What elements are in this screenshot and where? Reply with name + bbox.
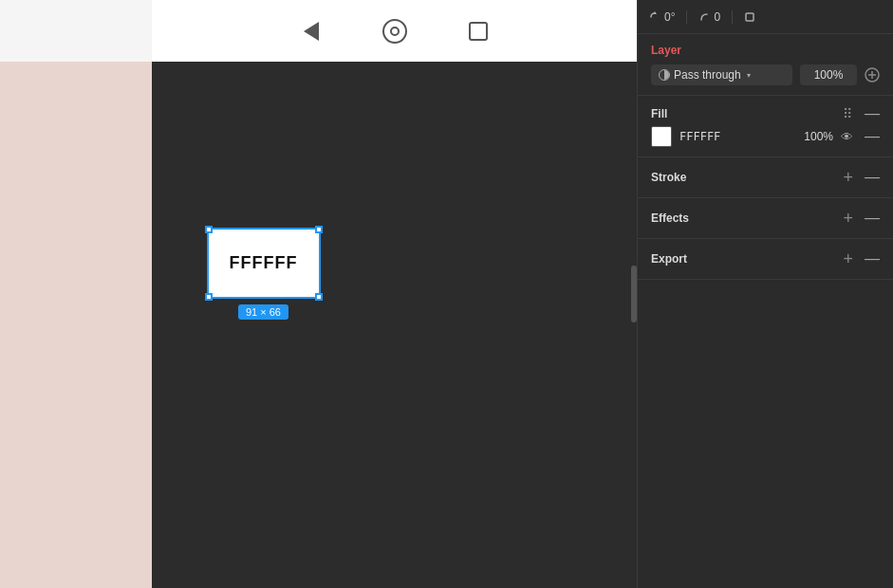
fill-section: Fill ⠿ — FFFFFF 100% 👁 — — [638, 96, 893, 157]
extra-icon — [744, 11, 755, 23]
blend-mode-icon — [659, 69, 670, 81]
recents-button[interactable] — [465, 18, 492, 45]
right-panel: 0° 0 Layer Pass through ▾ 100% — [637, 0, 893, 588]
home-circle-inner — [390, 27, 400, 36]
export-section: Export + — — [638, 239, 893, 280]
corner-icon — [698, 11, 710, 23]
corner-metric: 0 — [698, 10, 720, 24]
blend-mode-button[interactable]: Pass through ▾ — [651, 64, 792, 85]
effects-minus-button[interactable]: — — [865, 210, 880, 227]
rotation-icon — [649, 11, 660, 23]
blend-chevron-icon: ▾ — [747, 71, 751, 80]
stroke-section-title: Stroke — [651, 171, 686, 184]
left-sidebar-top — [0, 0, 152, 62]
effects-add-button[interactable]: + — [843, 210, 853, 227]
layer-section: Layer Pass through ▾ 100% — [638, 34, 893, 96]
handle-bottom-right[interactable] — [315, 293, 323, 301]
scroll-handle[interactable] — [631, 266, 637, 322]
rotation-value: 0° — [664, 10, 675, 24]
export-section-title: Export — [651, 252, 687, 266]
back-button[interactable] — [298, 18, 325, 45]
canvas-area: FFFFFF 91 × 66 — [0, 0, 637, 588]
selected-element[interactable]: FFFFFF 91 × 66 — [199, 228, 327, 322]
fill-visibility-icon[interactable]: 👁 — [841, 130, 853, 144]
svg-rect-1 — [746, 13, 753, 21]
fill-section-title: Fill — [651, 107, 667, 120]
metric-separator — [686, 10, 687, 24]
selection-box: FFFFFF — [207, 228, 321, 299]
stroke-minus-button[interactable]: — — [865, 169, 880, 186]
fill-remove-button[interactable]: — — [865, 128, 880, 145]
handle-top-right[interactable] — [315, 226, 323, 233]
corner-value: 0 — [714, 10, 720, 24]
home-circle-icon — [382, 19, 407, 44]
fill-minus-button[interactable]: — — [865, 105, 880, 122]
recents-square-icon — [469, 22, 488, 41]
home-button[interactable] — [381, 18, 408, 45]
fill-opacity-value: 100% — [795, 130, 833, 143]
handle-top-left[interactable] — [205, 226, 213, 233]
phone-bar — [152, 0, 637, 62]
stroke-section: Stroke + — — [638, 157, 893, 198]
effects-section-title: Effects — [651, 211, 689, 225]
stroke-add-button[interactable]: + — [843, 169, 853, 186]
effects-section: Effects + — — [638, 198, 893, 239]
element-label: FFFFFF — [230, 253, 298, 273]
export-minus-button[interactable]: — — [865, 250, 880, 267]
handle-bottom-left[interactable] — [205, 293, 213, 301]
layer-options-icon[interactable] — [865, 67, 880, 83]
back-arrow-icon — [304, 22, 319, 41]
export-add-button[interactable]: + — [843, 250, 853, 267]
layer-row: Pass through ▾ 100% — [651, 64, 880, 85]
metric-separator-2 — [732, 10, 733, 24]
rotation-metric: 0° — [649, 10, 675, 24]
fill-section-header: Fill ⠿ — — [651, 105, 880, 122]
fill-row: FFFFFF 100% 👁 — — [651, 126, 880, 147]
metrics-bar: 0° 0 — [638, 0, 893, 34]
fill-dots-icon[interactable]: ⠿ — [843, 106, 853, 121]
layer-section-title: Layer — [651, 44, 681, 57]
fill-hex-value[interactable]: FFFFFF — [679, 130, 788, 143]
extra-metric — [744, 11, 755, 23]
fill-color-swatch[interactable] — [651, 126, 672, 147]
dimension-badge: 91 × 66 — [238, 304, 288, 320]
opacity-button[interactable]: 100% — [800, 64, 857, 85]
left-sidebar — [0, 0, 152, 588]
blend-mode-label: Pass through — [674, 68, 741, 82]
layer-section-header: Layer — [651, 44, 880, 57]
